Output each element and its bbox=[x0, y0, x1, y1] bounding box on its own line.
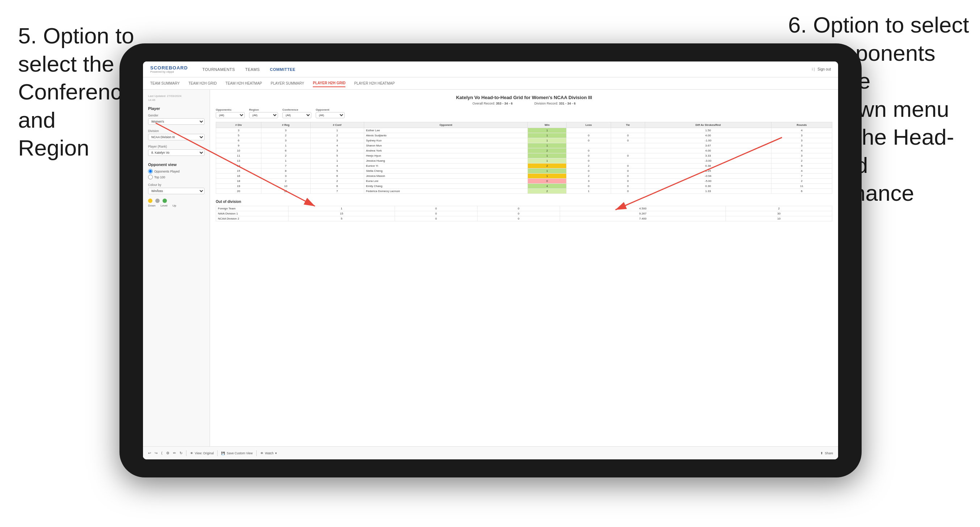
table-row: 13 bbox=[216, 159, 261, 163]
table-row: 18 bbox=[216, 179, 261, 184]
opponent-filter: Opponent (All) bbox=[316, 108, 345, 118]
logo: SCOREBOARD Powered by clippd bbox=[150, 65, 188, 73]
opponent-label: Opponent bbox=[316, 108, 345, 111]
division-record: Division Record: 331 - 34 - 6 bbox=[535, 102, 576, 105]
col-opponent: Opponent bbox=[364, 122, 528, 128]
dot-labels: Down Level Up bbox=[148, 204, 205, 207]
col-tie: Tie bbox=[611, 122, 645, 128]
nav-tournaments[interactable]: TOURNAMENTS bbox=[202, 67, 235, 72]
colour-by-section: Colour by Win/loss Down Level Up bbox=[148, 183, 205, 207]
table-row: 10 bbox=[216, 148, 261, 153]
out-of-division-table: Foreign Team 1 0 0 4.500 2 NAIA Division… bbox=[216, 206, 832, 221]
toolbar-settings[interactable]: ⚙ bbox=[166, 451, 169, 455]
subnav-player-summary[interactable]: PLAYER SUMMARY bbox=[271, 80, 304, 87]
col-reg: # Reg bbox=[261, 122, 310, 128]
out-of-division-title: Out of division bbox=[216, 200, 832, 204]
table-row: 19 bbox=[216, 184, 261, 189]
division-select[interactable]: NCAA Division III bbox=[148, 134, 205, 140]
record-row: Overall Record: 353 - 34 - 6 Division Re… bbox=[216, 102, 832, 105]
tablet: SCOREBOARD Powered by clippd TOURNAMENTS… bbox=[119, 43, 862, 478]
out-of-division: Out of division Foreign Team 1 0 0 4.500… bbox=[216, 200, 832, 221]
dot-up bbox=[162, 198, 167, 203]
colour-by-select[interactable]: Win/loss bbox=[148, 188, 205, 194]
toolbar-view-original[interactable]: 👁 View: Original bbox=[190, 451, 213, 455]
subnav-player-h2h-grid[interactable]: PLAYER H2H GRID bbox=[313, 79, 345, 87]
list-item: Foreign Team bbox=[216, 206, 288, 211]
table-row: 15 bbox=[216, 168, 261, 174]
sidebar-player-rank-label: Player (Rank) bbox=[148, 145, 205, 148]
region-select[interactable]: (All) bbox=[249, 112, 278, 118]
player-rank-select[interactable]: 8. Katelyn Vo bbox=[148, 149, 205, 156]
table-row: 6 bbox=[216, 138, 261, 143]
nav-right: i | Sign out bbox=[812, 67, 831, 71]
table-row: 11 bbox=[216, 153, 261, 159]
subnav-player-h2h-heatmap[interactable]: PLAYER H2H HEATMAP bbox=[354, 80, 395, 87]
opponents-label: Opponents: bbox=[216, 108, 245, 111]
dot-legend bbox=[148, 198, 205, 203]
table-row: 3 bbox=[216, 128, 261, 133]
dot-level bbox=[155, 198, 160, 203]
main-content: Last Updated: 27/03/2024 14:46 Player Ge… bbox=[143, 90, 838, 459]
data-table: # Div # Reg # Conf Opponent Win Loss Tie… bbox=[216, 122, 832, 194]
conference-label: Conference bbox=[282, 108, 311, 111]
table-row: 16 bbox=[216, 174, 261, 179]
main-title: Katelyn Vo Head-to-Head Grid for Women's… bbox=[216, 95, 832, 100]
tablet-screen: SCOREBOARD Powered by clippd TOURNAMENTS… bbox=[143, 62, 838, 459]
sidebar-player-title: Player bbox=[148, 106, 205, 111]
sign-out[interactable]: Sign out bbox=[818, 67, 831, 71]
sidebar-radio-group: Opponents Played Top 100 bbox=[148, 169, 205, 179]
col-loss: Loss bbox=[566, 122, 611, 128]
toolbar-undo[interactable]: ↩ bbox=[148, 451, 151, 455]
subnav-team-h2h-heatmap[interactable]: TEAM H2H HEATMAP bbox=[226, 80, 262, 87]
table-row: 20 bbox=[216, 189, 261, 194]
filter-row: Opponents: (All) Region (All) bbox=[216, 108, 832, 118]
last-updated: Last Updated: 27/03/2024 14:46 bbox=[148, 94, 205, 102]
opponents-select[interactable]: (All) bbox=[216, 112, 245, 118]
list-item: NCAA Division 2 bbox=[216, 216, 288, 221]
opponent-select[interactable]: (All) bbox=[316, 112, 345, 118]
bottom-toolbar: ↩ ↪ ⟨ ⚙ ✏ ↻ 👁 View: Original 💾 Save Cust… bbox=[143, 446, 838, 459]
opponents-filter: Opponents: (All) bbox=[216, 108, 245, 118]
sidebar: Last Updated: 27/03/2024 14:46 Player Ge… bbox=[143, 90, 210, 459]
radio-opponents-played[interactable]: Opponents Played bbox=[148, 169, 205, 174]
subnav-team-h2h-grid[interactable]: TEAM H2H GRID bbox=[189, 80, 217, 87]
toolbar-share[interactable]: ⬆ Share bbox=[820, 451, 833, 455]
sidebar-gender-label: Gender bbox=[148, 114, 205, 117]
dot-down bbox=[148, 198, 153, 203]
toolbar-rotate[interactable]: ↻ bbox=[180, 451, 183, 455]
col-rounds: Rounds bbox=[771, 122, 832, 128]
nav-items: TOURNAMENTS TEAMS COMMITTEE bbox=[202, 67, 296, 72]
page-container: 5. Option to select the Conference and R… bbox=[0, 0, 980, 527]
col-div: # Div bbox=[216, 122, 261, 128]
colour-by-label: Colour by bbox=[148, 183, 205, 187]
subnav-team-summary[interactable]: TEAM SUMMARY bbox=[150, 80, 180, 87]
nav-teams[interactable]: TEAMS bbox=[245, 67, 259, 72]
toolbar-back[interactable]: ⟨ bbox=[161, 451, 162, 455]
col-diff: Diff Av Strokes/Rnd bbox=[645, 122, 771, 128]
sidebar-division-label: Division bbox=[148, 129, 205, 133]
radio-top100[interactable]: Top 100 bbox=[148, 175, 205, 179]
toolbar-redo[interactable]: ↪ bbox=[154, 451, 158, 455]
sub-nav: TEAM SUMMARY TEAM H2H GRID TEAM H2H HEAT… bbox=[143, 78, 838, 90]
conference-filter: Conference (All) bbox=[282, 108, 311, 118]
region-filter: Region (All) bbox=[249, 108, 278, 118]
list-item: NAIA Division 1 bbox=[216, 211, 288, 216]
toolbar-watch[interactable]: 👁 Watch ▾ bbox=[260, 451, 277, 455]
toolbar-save-custom-view[interactable]: 💾 Save Custom View bbox=[221, 451, 253, 455]
table-row: 14 bbox=[216, 163, 261, 168]
conference-select[interactable]: (All) bbox=[282, 112, 311, 118]
overall-record: Overall Record: 353 - 34 - 6 bbox=[473, 102, 512, 105]
col-win: Win bbox=[528, 122, 566, 128]
content-panel: Katelyn Vo Head-to-Head Grid for Women's… bbox=[210, 90, 838, 459]
app-nav: SCOREBOARD Powered by clippd TOURNAMENTS… bbox=[143, 62, 838, 78]
region-label: Region bbox=[249, 108, 278, 111]
title-section: Katelyn Vo Head-to-Head Grid for Women's… bbox=[216, 95, 832, 105]
table-row: 5 bbox=[216, 133, 261, 138]
table-row: 9 bbox=[216, 143, 261, 148]
col-conf: # Conf bbox=[310, 122, 364, 128]
gender-select[interactable]: Women's bbox=[148, 118, 205, 125]
nav-committee[interactable]: COMMITTEE bbox=[270, 67, 296, 72]
sidebar-opponent-view-label: Opponent view bbox=[148, 162, 205, 167]
toolbar-pencil[interactable]: ✏ bbox=[173, 451, 176, 455]
